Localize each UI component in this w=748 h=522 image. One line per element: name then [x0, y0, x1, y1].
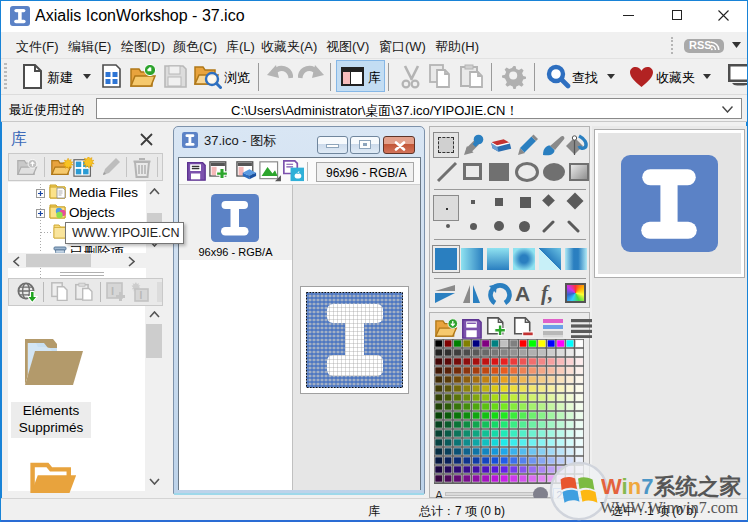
- svg-text:I: I: [111, 285, 114, 297]
- svg-text:I: I: [140, 290, 143, 301]
